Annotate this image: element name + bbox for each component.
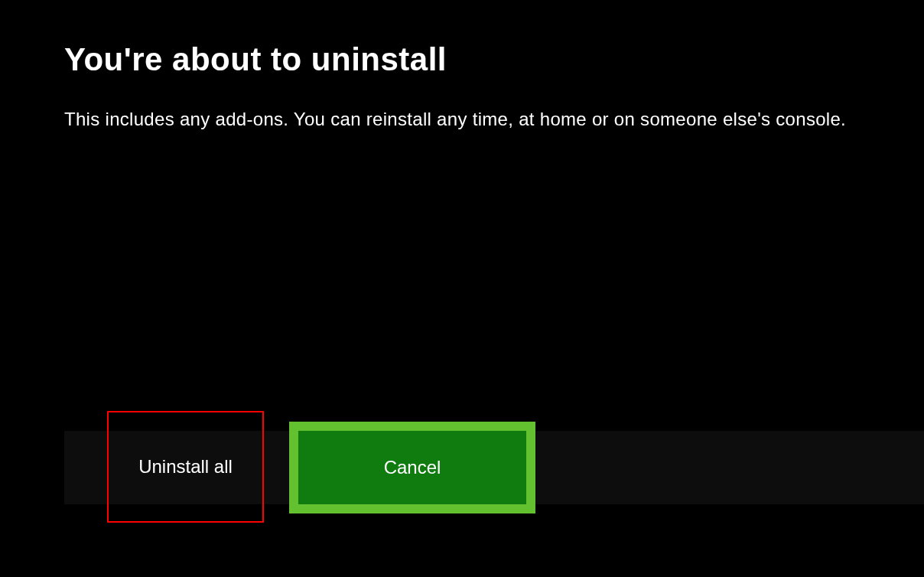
- uninstall-button-label: Uninstall all: [138, 456, 233, 478]
- cancel-button[interactable]: Cancel: [289, 422, 535, 513]
- uninstall-all-button[interactable]: Uninstall all: [107, 411, 264, 523]
- cancel-button-inner: Cancel: [298, 431, 526, 504]
- dialog-title: You're about to uninstall: [64, 41, 860, 78]
- cancel-button-label: Cancel: [384, 457, 441, 478]
- dialog-description: This includes any add-ons. You can reins…: [64, 109, 860, 130]
- dialog-content: You're about to uninstall This includes …: [0, 0, 924, 130]
